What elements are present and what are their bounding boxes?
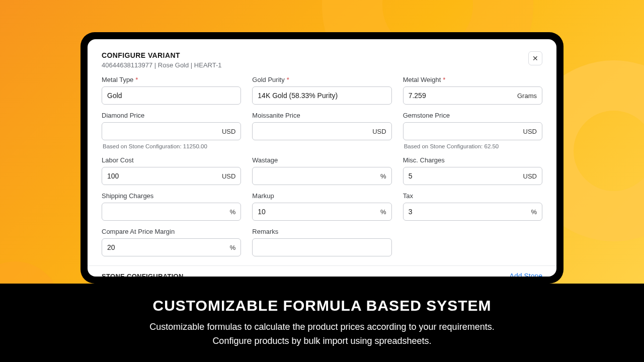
metal-weight-input[interactable] (409, 87, 513, 104)
field-gold-purity: Gold Purity* (252, 76, 391, 105)
modal-configure-variant: CONFIGURE VARIANT 40644638113977 | Rose … (88, 39, 556, 277)
labor-cost-input[interactable] (107, 167, 218, 185)
remarks-input[interactable] (258, 239, 386, 256)
add-stone-link[interactable]: Add Stone (510, 272, 542, 277)
promo-line-1: Customizable formulas to calculate the p… (149, 320, 494, 334)
gemstone-price-input[interactable] (409, 123, 519, 140)
field-metal-type: Metal Type* (102, 76, 241, 105)
field-labor-cost: Labor Cost USD (102, 156, 241, 185)
field-misc-charges: Misc. Charges USD (403, 156, 542, 185)
markup-input[interactable] (258, 203, 376, 220)
promo-line-2: Configure products by bulk import using … (212, 334, 431, 348)
field-markup: Markup % (252, 192, 391, 221)
device-frame: CONFIGURE VARIANT 40644638113977 | Rose … (80, 32, 564, 284)
field-wastage: Wastage % (252, 156, 391, 185)
diamond-price-input[interactable] (107, 123, 218, 140)
gemstone-price-hint: Based on Stone Configuration: 62.50 (404, 143, 542, 149)
wastage-input[interactable] (258, 167, 376, 185)
promo-footer: CUSTOMIZABLE FORMULA BASED SYSTEM Custom… (0, 284, 644, 362)
field-compare-at-margin: Compare At Price Margin % (102, 228, 241, 256)
shipping-charges-input[interactable] (107, 203, 226, 220)
field-metal-weight: Metal Weight* Grams (403, 76, 542, 105)
misc-charges-input[interactable] (409, 167, 519, 185)
field-tax: Tax % (403, 192, 542, 221)
field-gemstone-price: Gemstone Price USD Based on Stone Config… (403, 112, 542, 149)
modal-subtitle: 40644638113977 | Rose Gold | HEART-1 (102, 61, 222, 69)
field-remarks: Remarks (252, 228, 391, 256)
field-shipping-charges: Shipping Charges % (102, 192, 241, 221)
unit-grams: Grams (513, 92, 537, 100)
promo-heading: CUSTOMIZABLE FORMULA BASED SYSTEM (152, 297, 491, 314)
field-diamond-price: Diamond Price USD Based on Stone Configu… (102, 112, 241, 149)
divider (88, 265, 556, 266)
gold-purity-input[interactable] (258, 87, 386, 104)
modal-title: CONFIGURE VARIANT (102, 51, 222, 59)
metal-type-input[interactable] (107, 87, 235, 104)
close-icon: ✕ (532, 54, 538, 62)
close-button[interactable]: ✕ (528, 51, 542, 65)
compare-at-margin-input[interactable] (107, 239, 226, 256)
diamond-price-hint: Based on Stone Configuration: 11250.00 (103, 143, 241, 149)
moissanite-price-input[interactable] (258, 123, 368, 140)
tax-input[interactable] (409, 203, 527, 220)
section-stone-config-title: STONE CONFIGURATION (102, 273, 184, 277)
field-moissanite-price: Moissanite Price USD (252, 112, 391, 149)
